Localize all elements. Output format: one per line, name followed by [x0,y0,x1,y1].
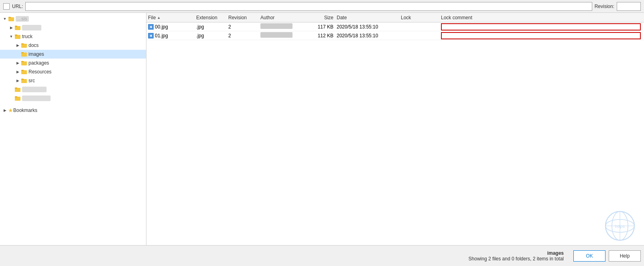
url-checkbox[interactable] [3,3,10,10]
col-header-lock[interactable]: Lock [401,15,441,20]
packages-label: packages [28,60,49,66]
packages-toggle[interactable]: ▶ [14,60,21,66]
svg-rect-1 [8,17,11,18]
images-folder-icon [21,51,27,57]
root-label: ...sis [16,16,29,22]
file-date-2: 2020/5/18 13:55:10 [337,33,401,39]
docs-toggle[interactable]: ▶ [14,42,21,49]
tree-item-blurred1[interactable]: ▶ [0,23,146,32]
file-size-2: 112 KB [309,33,337,39]
file-lock-comment-1 [441,23,642,30]
file-sort-icon: ▲ [157,16,160,20]
svg-rect-13 [21,70,24,71]
tree-item-truck[interactable]: ▼ truck [0,32,146,41]
truck-folder-icon [14,33,21,40]
tree-item-packages[interactable]: ▶ packages [0,59,146,67]
file-panel: File ▲ Extension Revision Author Size Da… [146,13,644,245]
blurred1-label [22,25,41,30]
file-lock-comment-2 [441,32,642,39]
svg-rect-11 [21,61,24,62]
col-header-date[interactable]: Date [337,15,401,20]
blurred2-label [22,87,47,92]
col-header-author[interactable]: Author [260,15,309,20]
file-ext-1: .jpg [196,24,228,30]
url-label: URL: [12,4,23,9]
lock-comment-input-1[interactable] [441,23,641,30]
tree-root[interactable]: ▼ ...sis [0,14,146,23]
filename-2: 01.jpg [155,33,168,39]
url-bar: URL: Revision: [0,0,644,13]
table-row[interactable]: ▣ 00.jpg .jpg 2 117 KB 2020/5/18 13:55:1… [146,22,644,31]
status-bar: images Showing 2 files and 0 folders, 2 … [0,245,644,266]
revision-input[interactable] [617,2,641,11]
svg-rect-7 [21,43,24,45]
tree-item-src[interactable]: ▶ src [0,76,146,85]
file-author-2 [260,32,309,39]
file-icon-cell-2: ▣ 01.jpg [148,33,196,39]
src-toggle[interactable]: ▶ [14,77,21,84]
bookmarks-star-icon: ★ [8,107,13,114]
file-headers: File ▲ Extension Revision Author Size Da… [146,13,644,22]
resources-folder-icon [21,69,27,75]
tree-item-resources[interactable]: ▶ Resources [0,67,146,76]
author-blurred-1 [260,23,293,29]
help-button[interactable]: Help [609,250,641,262]
docs-folder-icon [21,42,27,49]
src-label: src [28,78,35,83]
svg-rect-3 [15,26,17,27]
file-rev-2: 2 [228,33,260,39]
filename-1: 00.jpg [155,24,168,30]
truck-label: truck [22,34,33,39]
tree-item-blurred2[interactable] [0,85,146,94]
bookmarks-section: ▶ ★ Bookmarks [0,106,146,115]
tree-item-images[interactable]: ▶ images [0,50,146,59]
ok-button[interactable]: OK [573,250,605,262]
revision-label: Revision: [595,4,614,9]
root-toggle[interactable]: ▼ [2,16,8,22]
col-header-file[interactable]: File ▲ [148,15,196,20]
tree-item-blurred3[interactable] [0,94,146,103]
svg-rect-5 [15,35,17,36]
tree-panel: ▼ ...sis ▶ ▼ truck ▶ [0,13,146,245]
file-rev-1: 2 [228,24,260,30]
lock-comment-input-2[interactable] [441,32,641,39]
blurred3-folder-icon [14,95,21,102]
status-summary: Showing 2 files and 0 folders, 2 items i… [469,256,564,262]
truck-toggle[interactable]: ▼ [8,33,14,40]
bookmarks-toggle[interactable]: ▶ [2,107,8,114]
file-type-icon-2: ▣ [148,33,154,39]
svg-rect-9 [21,52,24,53]
status-folder: images [469,250,564,256]
main-content: ▼ ...sis ▶ ▼ truck ▶ [0,13,644,245]
file-list: ▣ 00.jpg .jpg 2 117 KB 2020/5/18 13:55:1… [146,22,644,245]
status-info: images Showing 2 files and 0 folders, 2 … [469,250,564,262]
blurred3-label [22,95,51,101]
file-size-1: 117 KB [309,24,337,30]
resources-toggle[interactable]: ▶ [14,69,21,75]
resources-label: Resources [28,69,51,75]
blurred1-folder-icon [14,24,21,31]
file-author-1 [260,23,309,30]
table-row[interactable]: ▣ 01.jpg .jpg 2 112 KB 2020/5/18 13:55:1… [146,31,644,40]
blurred1-toggle[interactable]: ▶ [8,24,14,31]
col-header-revision[interactable]: Revision [228,15,260,20]
svg-rect-15 [21,79,24,80]
bookmarks-label: Bookmarks [13,108,37,113]
svg-rect-17 [15,87,17,89]
blurred2-folder-icon [14,86,21,93]
file-ext-2: .jpg [196,33,228,39]
images-label: images [28,51,44,57]
col-header-lock-comment[interactable]: Lock comment [441,15,642,20]
col-header-extension[interactable]: Extension [196,15,228,20]
url-input[interactable] [25,2,592,11]
author-blurred-2 [260,32,293,38]
file-icon-cell-1: ▣ 00.jpg [148,24,196,30]
tree-item-docs[interactable]: ▶ docs [0,41,146,50]
file-date-1: 2020/5/18 13:55:10 [337,24,401,30]
root-folder-icon [8,16,14,22]
col-header-size[interactable]: Size [309,15,337,20]
docs-label: docs [28,43,39,48]
svg-rect-19 [15,96,17,97]
src-folder-icon [21,77,27,84]
tree-item-bookmarks[interactable]: ▶ ★ Bookmarks [0,106,146,115]
